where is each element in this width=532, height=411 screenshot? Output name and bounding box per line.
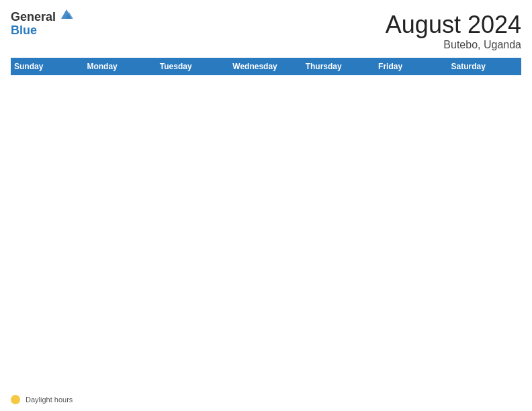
logo-area: General Blue [11,11,73,38]
calendar: SundayMondayTuesdayWednesdayThursdayFrid… [11,58,521,391]
page: General Blue August 2024 Butebo, Uganda … [0,0,532,411]
month-title: August 2024 [386,11,521,39]
title-area: August 2024 Butebo, Uganda [386,11,521,51]
logo-general: General [11,11,56,24]
daylight-icon [11,395,20,404]
weekday-header-thursday: Thursday [302,58,375,75]
location: Butebo, Uganda [386,39,521,51]
logo-text: General Blue [11,11,73,38]
footer: Daylight hours [11,395,521,404]
header: General Blue August 2024 Butebo, Uganda [11,11,521,51]
weekday-header-monday: Monday [84,58,157,75]
weekday-header-tuesday: Tuesday [157,58,229,75]
footer-label: Daylight hours [26,396,73,404]
logo-icon [58,7,73,21]
logo-blue: Blue [11,24,73,38]
weekday-header-saturday: Saturday [448,58,521,75]
weekday-header-wednesday: Wednesday [230,58,302,75]
weekday-header-friday: Friday [375,58,448,75]
weekday-header-row: SundayMondayTuesdayWednesdayThursdayFrid… [11,58,521,75]
weekday-header-sunday: Sunday [11,58,84,75]
